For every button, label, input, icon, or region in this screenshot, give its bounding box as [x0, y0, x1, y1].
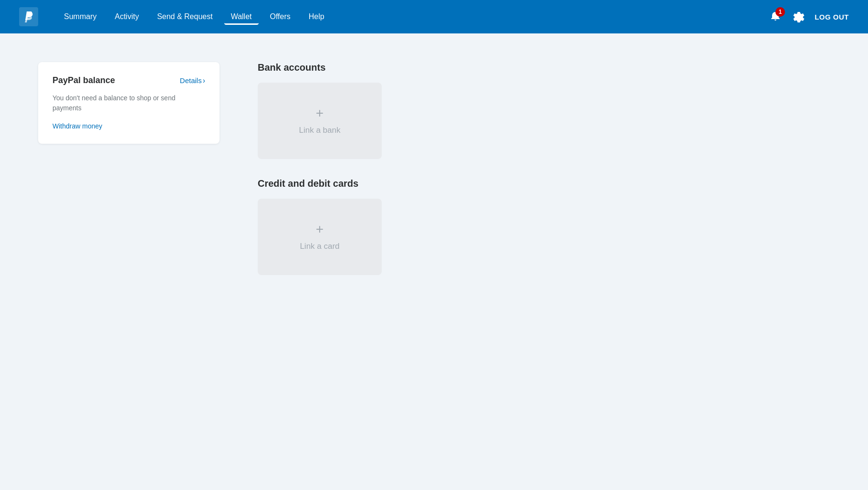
nav-item-send-request[interactable]: Send & Request [150, 9, 220, 25]
link-bank-button[interactable]: + Link a bank [258, 83, 382, 159]
add-bank-icon: + [316, 107, 324, 120]
nav-item-summary[interactable]: Summary [57, 9, 103, 25]
bank-accounts-section: Bank accounts + Link a bank [258, 62, 630, 159]
nav-item-help[interactable]: Help [302, 9, 331, 25]
logout-button[interactable]: LOG OUT [815, 13, 849, 21]
add-card-icon: + [316, 223, 324, 236]
balance-card: PayPal balance Details › You don't need … [38, 62, 220, 144]
balance-card-header: PayPal balance Details › [52, 75, 205, 85]
cards-title: Credit and debit cards [258, 178, 630, 189]
balance-title: PayPal balance [52, 75, 115, 85]
nav-menu: Summary Activity Send & Request Wallet O… [57, 9, 769, 25]
gear-icon [792, 10, 805, 23]
notification-button[interactable]: 1 [769, 10, 782, 23]
details-link[interactable]: Details › [180, 76, 205, 85]
main-content: PayPal balance Details › You don't need … [0, 33, 668, 304]
balance-description: You don't need a balance to shop or send… [52, 93, 205, 113]
link-card-label: Link a card [300, 242, 339, 251]
notification-badge: 1 [775, 7, 785, 17]
link-card-button[interactable]: + Link a card [258, 199, 382, 275]
logo[interactable] [19, 7, 38, 26]
withdraw-money-link[interactable]: Withdraw money [52, 122, 102, 130]
settings-button[interactable] [792, 10, 805, 23]
paypal-logo-icon [19, 7, 38, 26]
right-panel: Bank accounts + Link a bank Credit and d… [258, 62, 630, 275]
navbar: Summary Activity Send & Request Wallet O… [0, 0, 868, 33]
cards-section: Credit and debit cards + Link a card [258, 178, 630, 275]
nav-item-offers[interactable]: Offers [263, 9, 297, 25]
nav-item-activity[interactable]: Activity [108, 9, 146, 25]
link-bank-label: Link a bank [299, 126, 341, 135]
bank-accounts-title: Bank accounts [258, 62, 630, 73]
nav-item-wallet[interactable]: Wallet [224, 9, 259, 25]
left-panel: PayPal balance Details › You don't need … [38, 62, 220, 275]
navbar-actions: 1 LOG OUT [769, 10, 849, 23]
